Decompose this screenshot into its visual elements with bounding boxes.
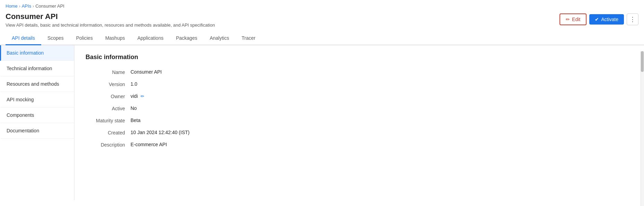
field-label-maturity-state: Maturity state xyxy=(86,118,131,123)
breadcrumb-current: Consumer API xyxy=(35,3,64,9)
field-value-maturity-state: Beta xyxy=(131,118,141,123)
scroll-track xyxy=(641,51,644,200)
main-layout: Basic information Technical information … xyxy=(0,45,644,200)
tab-mashups[interactable]: Mashups xyxy=(99,32,131,45)
field-label-version: Version xyxy=(86,81,131,87)
sidebar-item-components[interactable]: Components xyxy=(0,107,74,123)
field-value-owner: vidi ✏ xyxy=(131,93,144,99)
check-icon: ✔ xyxy=(595,17,599,22)
owner-edit-icon[interactable]: ✏ xyxy=(141,94,144,99)
field-label-name: Name xyxy=(86,69,131,75)
field-label-owner: Owner xyxy=(86,93,131,99)
sidebar-item-technical-information[interactable]: Technical information xyxy=(0,61,74,76)
field-label-created: Created xyxy=(86,130,131,135)
field-row-created: Created 10 Jan 2024 12:42:40 (IST) xyxy=(86,130,633,135)
field-row-version: Version 1.0 xyxy=(86,81,633,87)
tab-api-details[interactable]: API details xyxy=(6,32,41,45)
edit-label: Edit xyxy=(572,17,580,22)
tab-applications[interactable]: Applications xyxy=(131,32,170,45)
more-button[interactable]: ⋮ xyxy=(627,13,638,25)
page-header: Consumer API View API details, basic and… xyxy=(0,11,644,32)
scroll-thumb[interactable] xyxy=(641,51,644,72)
field-value-created: 10 Jan 2024 12:42:40 (IST) xyxy=(131,130,189,135)
tabs-bar: API details Scopes Policies Mashups Appl… xyxy=(0,32,644,45)
sidebar: Basic information Technical information … xyxy=(0,45,74,200)
tab-packages[interactable]: Packages xyxy=(170,32,203,45)
field-row-maturity-state: Maturity state Beta xyxy=(86,118,633,123)
pencil-icon: ✏ xyxy=(566,17,570,22)
tab-scopes[interactable]: Scopes xyxy=(41,32,70,45)
owner-value: vidi xyxy=(131,93,138,99)
field-label-description: Description xyxy=(86,142,131,148)
sidebar-item-api-mocking[interactable]: API mocking xyxy=(0,92,74,107)
tab-analytics[interactable]: Analytics xyxy=(204,32,235,45)
field-row-name: Name Consumer API xyxy=(86,69,633,75)
content-area: Basic information Name Consumer API Vers… xyxy=(74,45,644,200)
field-value-version: 1.0 xyxy=(131,81,137,87)
activate-button[interactable]: ✔ Activate xyxy=(589,14,624,25)
page-subtitle: View API details, basic and technical in… xyxy=(6,22,215,28)
tab-policies[interactable]: Policies xyxy=(70,32,99,45)
section-title: Basic information xyxy=(86,54,633,61)
field-row-description: Description E-commerce API xyxy=(86,142,633,148)
tab-tracer[interactable]: Tracer xyxy=(235,32,262,45)
page-header-actions: ✏ Edit ✔ Activate ⋮ xyxy=(560,13,638,25)
field-value-description: E-commerce API xyxy=(131,142,167,147)
breadcrumb: Home › APIs › Consumer API xyxy=(0,0,644,11)
sidebar-item-resources-and-methods[interactable]: Resources and methods xyxy=(0,76,74,92)
activate-label: Activate xyxy=(601,17,618,22)
sidebar-item-basic-information[interactable]: Basic information xyxy=(0,45,74,61)
breadcrumb-separator-1: › xyxy=(19,4,20,9)
more-icon: ⋮ xyxy=(629,16,636,23)
breadcrumb-apis[interactable]: APIs xyxy=(22,3,31,9)
field-value-name: Consumer API xyxy=(131,69,162,75)
page-title: Consumer API xyxy=(6,12,215,21)
field-row-active: Active No xyxy=(86,105,633,111)
breadcrumb-separator-2: › xyxy=(33,4,34,9)
field-label-active: Active xyxy=(86,105,131,111)
sidebar-item-documentation[interactable]: Documentation xyxy=(0,123,74,139)
field-value-active: No xyxy=(131,105,137,111)
edit-button[interactable]: ✏ Edit xyxy=(560,13,587,25)
field-row-owner: Owner vidi ✏ xyxy=(86,93,633,99)
breadcrumb-home[interactable]: Home xyxy=(6,3,18,9)
page-header-left: Consumer API View API details, basic and… xyxy=(6,12,215,28)
